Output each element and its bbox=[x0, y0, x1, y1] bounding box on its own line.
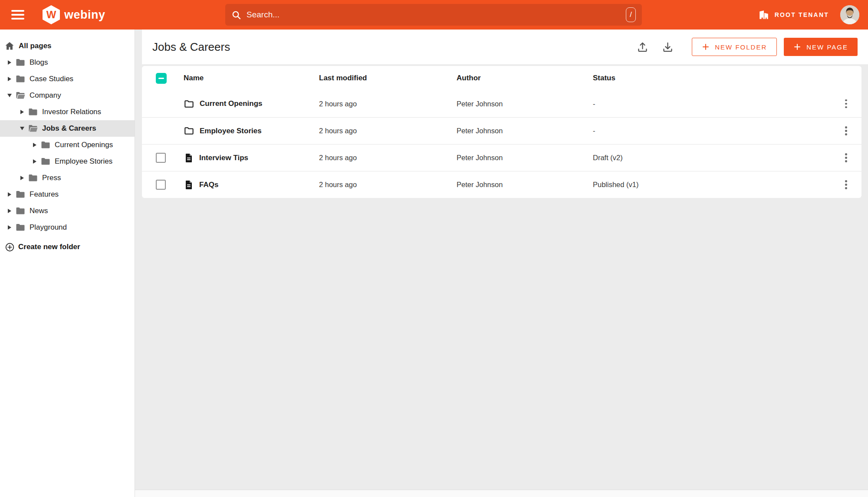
caret-down-icon[interactable] bbox=[19, 125, 25, 132]
folder-icon bbox=[28, 107, 38, 117]
row-last-modified: 2 hours ago bbox=[319, 181, 457, 189]
sidebar-item-label: Jobs & Careers bbox=[42, 124, 96, 133]
caret-right-icon[interactable] bbox=[32, 142, 38, 148]
global-search-bar[interactable]: / bbox=[225, 4, 642, 26]
row-name: Employee Stories bbox=[200, 127, 262, 135]
row-status: - bbox=[593, 100, 831, 108]
caret-right-icon[interactable] bbox=[7, 208, 13, 214]
table-row[interactable]: FAQs2 hours agoPeter JohnsonPublished (v… bbox=[142, 171, 861, 198]
hamburger-menu-icon[interactable] bbox=[11, 10, 24, 20]
tenant-selector[interactable]: ROOT TENANT bbox=[758, 9, 829, 20]
tenant-label: ROOT TENANT bbox=[775, 11, 829, 18]
row-checkbox[interactable] bbox=[156, 180, 166, 190]
row-author: Peter Johnson bbox=[457, 127, 593, 135]
column-header-status: Status bbox=[593, 74, 831, 82]
new-folder-button[interactable]: NEW FOLDER bbox=[692, 38, 777, 56]
table-row[interactable]: Interview Tips2 hours agoPeter JohnsonDr… bbox=[142, 144, 861, 171]
row-checkbox[interactable] bbox=[156, 153, 166, 163]
folder-icon bbox=[15, 189, 26, 200]
row-actions-kebab-icon[interactable] bbox=[839, 178, 854, 192]
caret-right-icon[interactable] bbox=[7, 59, 13, 66]
download-icon bbox=[662, 41, 674, 53]
sidebar-item-label: Investor Relations bbox=[42, 108, 101, 116]
create-new-folder-label: Create new folder bbox=[18, 243, 80, 251]
plus-icon bbox=[793, 43, 801, 51]
folder-open-icon bbox=[28, 123, 38, 134]
row-name: Current Openings bbox=[200, 99, 263, 108]
folder-icon bbox=[15, 57, 26, 68]
folder-icon bbox=[184, 99, 194, 109]
create-new-folder-button[interactable]: Create new folder bbox=[0, 238, 135, 256]
plus-icon bbox=[702, 43, 710, 51]
webiny-wordmark: webiny bbox=[64, 8, 105, 22]
table-row[interactable]: Current Openings2 hours agoPeter Johnson… bbox=[142, 90, 861, 117]
sidebar-item-all-pages[interactable]: All pages bbox=[0, 38, 135, 54]
folder-icon bbox=[15, 206, 26, 216]
folder-icon bbox=[28, 173, 38, 183]
row-actions-kebab-icon[interactable] bbox=[839, 124, 854, 138]
sidebar-item-features[interactable]: Features bbox=[0, 186, 135, 203]
sidebar-item-company[interactable]: Company bbox=[0, 87, 135, 104]
new-page-button[interactable]: NEW PAGE bbox=[784, 38, 858, 56]
caret-right-icon[interactable] bbox=[7, 224, 13, 230]
upload-icon bbox=[637, 41, 648, 53]
column-header-modified: Last modified bbox=[319, 74, 457, 82]
table-row[interactable]: Employee Stories2 hours agoPeter Johnson… bbox=[142, 117, 861, 144]
sidebar-item-label: Blogs bbox=[30, 58, 48, 67]
row-status: Published (v1) bbox=[593, 181, 831, 189]
folder-icon bbox=[15, 74, 26, 84]
sidebar-item-investor-relations[interactable]: Investor Relations bbox=[0, 104, 135, 120]
folder-open-icon bbox=[15, 90, 26, 101]
sidebar-item-label: Current Openings bbox=[55, 141, 113, 149]
sidebar-item-current-openings[interactable]: Current Openings bbox=[0, 137, 135, 153]
sidebar-item-press[interactable]: Press bbox=[0, 170, 135, 186]
caret-right-icon[interactable] bbox=[19, 109, 25, 115]
table-header-row: Name Last modified Author Status bbox=[142, 66, 861, 90]
caret-right-icon[interactable] bbox=[7, 76, 13, 82]
search-input[interactable] bbox=[247, 10, 626, 20]
folder-icon bbox=[15, 222, 26, 233]
row-last-modified: 2 hours ago bbox=[319, 127, 457, 135]
caret-down-icon[interactable] bbox=[7, 92, 13, 99]
sidebar-item-blogs[interactable]: Blogs bbox=[0, 54, 135, 71]
sidebar-item-employee-stories[interactable]: Employee Stories bbox=[0, 153, 135, 170]
webiny-logo[interactable]: W webiny bbox=[43, 5, 105, 24]
row-actions-kebab-icon[interactable] bbox=[839, 96, 854, 111]
select-all-checkbox[interactable] bbox=[156, 73, 167, 84]
sidebar-item-jobs-careers[interactable]: Jobs & Careers bbox=[0, 120, 135, 137]
caret-right-icon[interactable] bbox=[32, 158, 38, 165]
column-header-author: Author bbox=[457, 74, 593, 82]
sidebar-item-label: Features bbox=[30, 190, 59, 199]
row-author: Peter Johnson bbox=[457, 181, 593, 189]
sidebar-item-label: News bbox=[30, 207, 48, 215]
sidebar-item-case-studies[interactable]: Case Studies bbox=[0, 71, 135, 87]
webiny-hexagon-icon: W bbox=[43, 5, 60, 24]
pages-table: Name Last modified Author Status Current… bbox=[142, 66, 861, 198]
row-actions-kebab-icon[interactable] bbox=[839, 151, 854, 165]
document-icon bbox=[184, 153, 194, 163]
row-author: Peter Johnson bbox=[457, 154, 593, 162]
caret-right-icon[interactable] bbox=[7, 191, 13, 197]
row-last-modified: 2 hours ago bbox=[319, 154, 457, 162]
row-status: Draft (v2) bbox=[593, 154, 831, 162]
sidebar-item-news[interactable]: News bbox=[0, 203, 135, 219]
folder-icon bbox=[40, 156, 51, 167]
sidebar-item-label: Press bbox=[42, 174, 61, 182]
caret-right-icon[interactable] bbox=[19, 175, 25, 181]
export-pages-button[interactable] bbox=[659, 38, 676, 56]
import-pages-button[interactable] bbox=[634, 38, 651, 56]
user-avatar[interactable] bbox=[840, 5, 859, 24]
search-icon bbox=[231, 10, 241, 20]
row-author: Peter Johnson bbox=[457, 100, 593, 108]
row-name: Interview Tips bbox=[199, 154, 248, 162]
sidebar-item-label: Employee Stories bbox=[55, 157, 112, 166]
sidebar-item-playground[interactable]: Playground bbox=[0, 219, 135, 236]
plus-circle-icon bbox=[4, 242, 15, 252]
page-title: Jobs & Careers bbox=[152, 40, 230, 54]
row-last-modified: 2 hours ago bbox=[319, 100, 457, 108]
folder-icon bbox=[184, 125, 194, 136]
folder-tree-sidebar: All pagesBlogsCase StudiesCompanyInvesto… bbox=[0, 30, 135, 497]
table-footer-strip bbox=[135, 490, 868, 497]
sidebar-item-label: Playground bbox=[30, 223, 67, 232]
row-name: FAQs bbox=[199, 181, 218, 189]
